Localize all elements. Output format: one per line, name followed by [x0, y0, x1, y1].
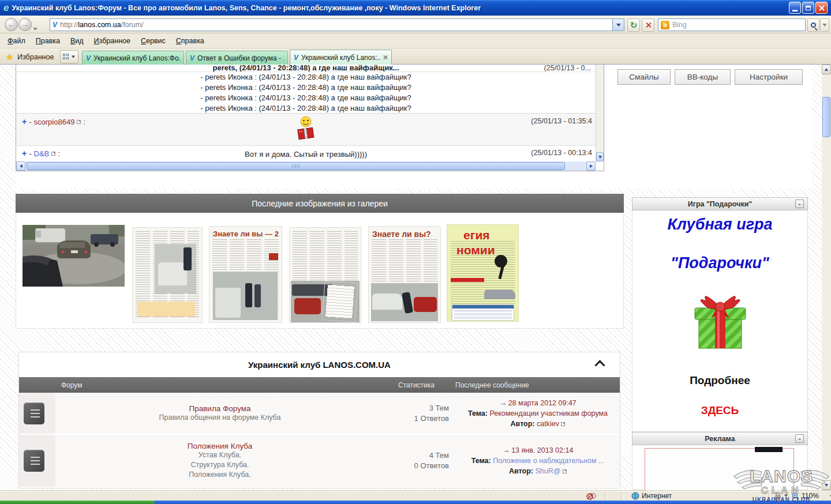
collapse-widget-button[interactable]: - — [795, 434, 804, 443]
author-label: Автор: — [511, 420, 535, 428]
smilies-button[interactable]: Смайлы — [617, 69, 671, 85]
settings-button[interactable]: Настройки — [735, 69, 803, 85]
forward-button[interactable]: → — [18, 18, 32, 31]
scrollbar-thumb[interactable] — [822, 97, 830, 137]
start-button-sliver[interactable] — [0, 501, 155, 504]
accordion-smiley-icon — [16, 114, 596, 145]
gallery-thumbnail-newspaper[interactable] — [289, 227, 361, 323]
zoom-level-button[interactable]: 110% — [792, 492, 831, 500]
shoutbox: perets, (24/01/13 - 20:28:48) а где наш … — [16, 65, 604, 171]
forum-category-header: Украинский клуб LANOS.COM.UA — [19, 352, 620, 377]
recent-pages-dropdown[interactable] — [33, 24, 38, 32]
search-button[interactable] — [807, 18, 819, 32]
favorites-button[interactable]: Избранное — [17, 53, 54, 61]
restore-icon — [806, 6, 811, 10]
address-bar[interactable]: V http://lanos.com.ua/forum/ — [50, 18, 624, 31]
privacy-eye-icon[interactable] — [586, 492, 597, 500]
scrollbar-track[interactable] — [25, 161, 586, 171]
scroll-up-button[interactable] — [822, 65, 831, 74]
chat-timestamp: (25/01/13 - 00:13:4 — [531, 149, 592, 157]
gallery-thumbnail-street-photo[interactable] — [23, 225, 125, 287]
address-dropdown-button[interactable] — [612, 19, 624, 31]
forum-link[interactable]: Правила Форума — [55, 404, 384, 413]
favorites-star-icon[interactable]: ★ — [6, 52, 13, 62]
tab-3-active[interactable]: V Украинский клуб Lanos:... — [290, 50, 392, 65]
scroll-down-button[interactable] — [822, 480, 831, 490]
last-post-date-link[interactable]: 28 марта 2012 09:47 — [508, 399, 577, 407]
collapse-widget-button[interactable]: - — [795, 200, 804, 208]
gallery-thumbnail-magazine[interactable]: егия номии — [447, 224, 519, 322]
last-topic-link[interactable]: Положение о наблюдательном ... — [493, 457, 604, 465]
replies-count: 1 Ответов — [384, 413, 449, 424]
globe-icon — [631, 492, 639, 500]
search-input[interactable]: b Bing — [658, 18, 806, 31]
topic-label: Тема: — [468, 409, 488, 418]
forum-description: Устав Клуба. — [55, 450, 384, 460]
url-scheme: http:// — [60, 21, 78, 29]
menu-view[interactable]: Вид — [65, 34, 89, 48]
quick-tabs-button[interactable] — [60, 50, 78, 63]
forum-description: Правила общения на форуме Клуба — [55, 413, 384, 423]
scroll-right-button[interactable] — [586, 161, 596, 171]
chat-message: - perets Иконка : (24/01/13 - 20:28:48) … — [16, 103, 596, 114]
menu-edit[interactable]: Правка — [31, 34, 65, 48]
menu-favorites[interactable]: Избранное — [89, 34, 136, 48]
close-icon — [818, 5, 825, 12]
tab-label: Украинский клуб Lanos:... — [301, 54, 380, 62]
gift-box-image[interactable] — [632, 285, 807, 356]
navigation-bar: ← → V http://lanos.com.ua/forum/ ↻ b Bin… — [0, 16, 831, 33]
scrollbar-thumb[interactable] — [27, 162, 565, 170]
forum-link[interactable]: Положения Клуба — [55, 442, 384, 450]
tab-close-icon[interactable] — [383, 55, 388, 60]
tab-2[interactable]: V Ответ в Ошибки форума - ... — [186, 51, 288, 65]
page-vertical-scrollbar[interactable] — [822, 65, 831, 490]
refresh-button[interactable]: ↻ — [627, 18, 640, 32]
search-options-button[interactable] — [820, 18, 829, 32]
thumbnail-headline: номии — [456, 243, 495, 257]
back-button[interactable]: ← — [5, 18, 18, 31]
menu-file[interactable]: Файл — [2, 34, 31, 48]
tab-label: Ответ в Ошибки форума - ... — [197, 54, 284, 62]
last-topic-link[interactable]: Рекомендации участникам форума — [489, 409, 608, 418]
close-button[interactable] — [815, 2, 828, 14]
last-post-date-link[interactable]: 13 янв. 2013 02:14 — [511, 446, 573, 454]
bbcodes-button[interactable]: ВВ-коды — [675, 69, 731, 85]
scroll-down-button[interactable] — [596, 152, 604, 161]
forum-category-title: Украинский клуб LANOS.COM.UA — [248, 360, 391, 370]
windows-taskbar[interactable] — [0, 501, 831, 504]
chat-message: - perets Иконка : (24/01/13 - 20:28:48) … — [16, 72, 596, 82]
thumbnail-headline: Знаете ли вы? — [372, 230, 438, 239]
window-title: Украинский клуб Lanos:Форум - Все про ав… — [12, 4, 789, 12]
author-link[interactable]: ShuR@ — [535, 467, 560, 475]
chat-vertical-scrollbar[interactable] — [596, 65, 604, 161]
restore-button[interactable] — [802, 2, 814, 14]
chat-clipped-row: perets, (24/01/13 - 20:28:48) а где наш … — [16, 65, 596, 72]
forum-column-headers: Форум Статистика Последнее сообщение — [19, 377, 620, 393]
collapse-section-button[interactable] — [594, 360, 605, 370]
gallery-thumbnail-newspaper[interactable]: Знаете ли вы — 2 — [209, 226, 282, 323]
thumbnail-headline: Знаете ли вы — 2 — [213, 230, 279, 238]
ie-logo-icon: e — [3, 2, 9, 14]
game-title-line: "Подарочки" — [632, 254, 807, 272]
address-url[interactable]: http://lanos.com.ua/forum/ — [60, 21, 612, 29]
gallery-header: Последние изображения из галереи — [16, 194, 624, 213]
chat-row: + - D&B : Вот я и дома. Сытый и трезвый)… — [16, 146, 596, 162]
here-link[interactable]: ЗДЕСЬ — [632, 404, 807, 417]
menu-tools[interactable]: Сервис — [136, 34, 171, 48]
menu-help[interactable]: Справка — [171, 34, 209, 48]
gallery-thumbnail-newspaper[interactable]: Знаете ли вы? — [368, 226, 441, 323]
stop-button[interactable] — [642, 18, 654, 32]
sidebar-ad-header: Реклама - — [632, 432, 808, 445]
tab-1[interactable]: V Украинский клуб Lanos:Фо... — [82, 51, 184, 65]
minimize-icon — [792, 10, 798, 12]
gallery-thumbnail-newspaper[interactable] — [132, 227, 203, 323]
minimize-button[interactable] — [789, 2, 801, 14]
scroll-left-button[interactable] — [16, 161, 25, 171]
protected-mode-icon[interactable] — [774, 492, 788, 499]
author-link[interactable]: catkiev — [537, 420, 559, 428]
sidebar-ad-widget — [632, 445, 808, 490]
chat-horizontal-scrollbar[interactable] — [16, 161, 596, 171]
ad-frame[interactable] — [645, 448, 794, 490]
tab-label: Украинский клуб Lanos:Фо... — [93, 54, 180, 62]
topic-label: Тема: — [471, 457, 491, 465]
